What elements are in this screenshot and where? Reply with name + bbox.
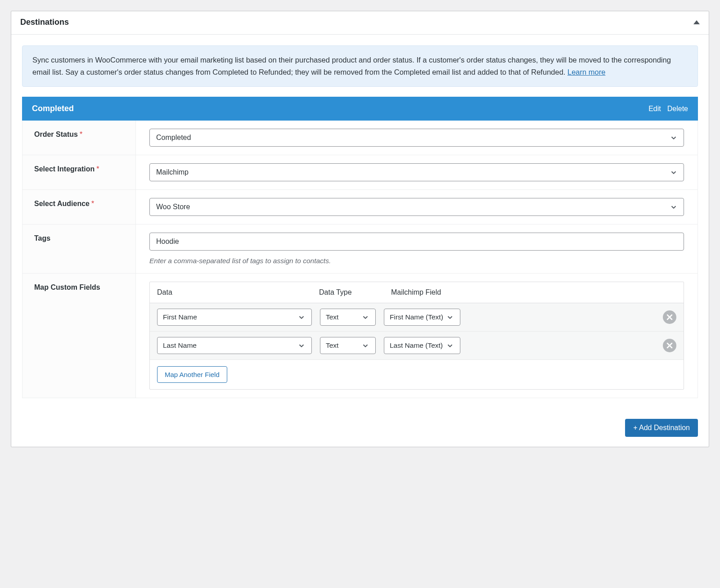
row-audience: Select Audience* Woo Store bbox=[22, 190, 698, 224]
map-type-select[interactable]: Text bbox=[320, 309, 376, 326]
map-field-select[interactable]: Last Name (Text) bbox=[384, 337, 460, 354]
label-text: Select Audience bbox=[34, 200, 90, 207]
header-field: Mailchimp Field bbox=[391, 288, 676, 296]
select-value: Last Name (Text) bbox=[384, 337, 460, 354]
row-order-status: Order Status* Completed bbox=[22, 121, 698, 155]
remove-row-button[interactable] bbox=[663, 310, 676, 324]
info-notice: Sync customers in WooCommerce with your … bbox=[22, 45, 698, 87]
destination-title: Completed bbox=[32, 104, 74, 113]
header-type: Data Type bbox=[319, 288, 391, 296]
add-destination-button[interactable]: + Add Destination bbox=[625, 419, 698, 437]
label-integration: Select Integration* bbox=[22, 155, 136, 189]
destination-header: Completed Edit Delete bbox=[22, 97, 698, 121]
select-value: Text bbox=[320, 309, 376, 326]
select-value: Woo Store bbox=[149, 198, 684, 216]
map-table-header: Data Data Type Mailchimp Field bbox=[150, 282, 684, 303]
tags-helper: Enter a comma-separated list of tags to … bbox=[149, 257, 684, 265]
collapse-caret-icon[interactable] bbox=[693, 20, 700, 24]
destinations-panel: Destinations Sync customers in WooCommer… bbox=[11, 11, 709, 447]
tags-input[interactable] bbox=[149, 233, 684, 251]
map-data-select[interactable]: First Name bbox=[157, 309, 312, 326]
select-value: Mailchimp bbox=[149, 163, 684, 181]
select-value: Last Name bbox=[157, 337, 312, 354]
map-data-select[interactable]: Last Name bbox=[157, 337, 312, 354]
label-audience: Select Audience* bbox=[22, 190, 136, 224]
destination-actions: Edit Delete bbox=[648, 105, 688, 113]
map-another-field-button[interactable]: Map Another Field bbox=[157, 366, 227, 383]
map-field-select[interactable]: First Name (Text) bbox=[384, 309, 460, 326]
delete-link[interactable]: Delete bbox=[667, 105, 688, 113]
map-fields-table: Data Data Type Mailchimp Field First Nam… bbox=[149, 282, 684, 390]
map-row: First Name Text bbox=[150, 303, 684, 332]
panel-header[interactable]: Destinations bbox=[11, 11, 709, 35]
required-asterisk: * bbox=[96, 165, 99, 173]
close-icon bbox=[666, 342, 673, 349]
select-value: Completed bbox=[149, 129, 684, 147]
required-asterisk: * bbox=[91, 200, 94, 207]
required-asterisk: * bbox=[80, 130, 82, 138]
label-tags: Tags bbox=[22, 224, 136, 273]
order-status-select[interactable]: Completed bbox=[149, 129, 684, 147]
header-data: Data bbox=[157, 288, 319, 296]
label-text: Order Status bbox=[34, 130, 78, 138]
label-text: Map Custom Fields bbox=[34, 283, 100, 291]
row-tags: Tags Enter a comma-separated list of tag… bbox=[22, 224, 698, 274]
map-footer: Map Another Field bbox=[150, 360, 684, 389]
integration-select[interactable]: Mailchimp bbox=[149, 163, 684, 181]
row-map-fields: Map Custom Fields Data Data Type Mailchi… bbox=[22, 274, 698, 398]
row-integration: Select Integration* Mailchimp bbox=[22, 155, 698, 190]
label-order-status: Order Status* bbox=[22, 121, 136, 155]
label-text: Tags bbox=[34, 234, 50, 242]
map-row: Last Name Text bbox=[150, 332, 684, 360]
edit-link[interactable]: Edit bbox=[648, 105, 661, 113]
remove-row-button[interactable] bbox=[663, 339, 676, 352]
audience-select[interactable]: Woo Store bbox=[149, 198, 684, 216]
learn-more-link[interactable]: Learn more bbox=[567, 68, 605, 76]
select-value: Text bbox=[320, 337, 376, 354]
label-map-fields: Map Custom Fields bbox=[22, 274, 136, 398]
select-value: First Name bbox=[157, 309, 312, 326]
panel-body: Sync customers in WooCommerce with your … bbox=[11, 35, 709, 409]
select-value: First Name (Text) bbox=[384, 309, 460, 326]
map-type-select[interactable]: Text bbox=[320, 337, 376, 354]
close-icon bbox=[666, 314, 673, 320]
label-text: Select Integration bbox=[34, 165, 94, 173]
destination-form: Order Status* Completed Select Integrati… bbox=[22, 121, 698, 398]
panel-title: Destinations bbox=[20, 18, 69, 27]
panel-footer: + Add Destination bbox=[11, 409, 709, 447]
